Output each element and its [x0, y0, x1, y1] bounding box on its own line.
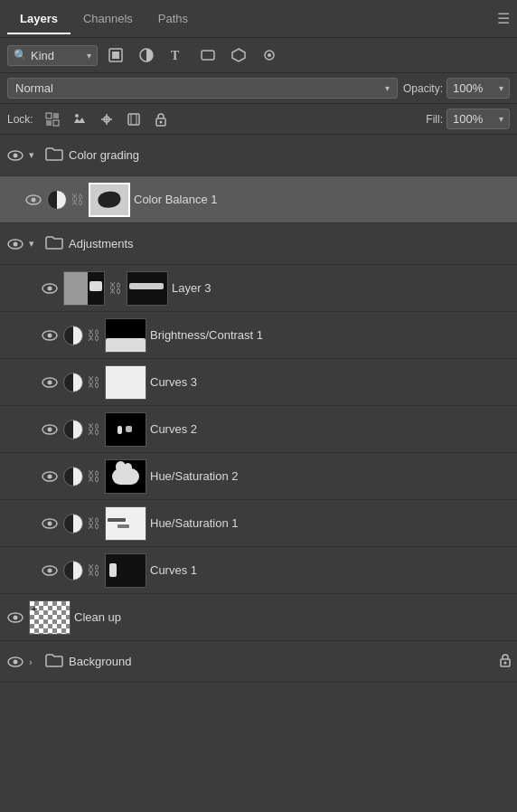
fill-group: Fill: 100% ▾ — [426, 109, 510, 129]
filter-text-icon[interactable]: T — [164, 43, 190, 67]
svg-rect-10 — [53, 120, 59, 126]
layer-row[interactable]: Clean up — [0, 594, 517, 641]
filter-bar: 🔍 Kind ▾ T — [0, 38, 517, 73]
opacity-input[interactable]: 100% ▾ — [446, 78, 510, 99]
layer-row[interactable]: ⛓ Brightness/Contrast 1 — [0, 312, 517, 359]
visibility-icon[interactable] — [5, 612, 25, 623]
search-icon: 🔍 — [14, 49, 27, 61]
svg-point-6 — [268, 53, 271, 57]
filter-smartobject-icon[interactable] — [226, 43, 251, 67]
layer-row[interactable]: ⛓ Curves 1 — [0, 547, 517, 594]
svg-point-25 — [14, 241, 18, 246]
layer-row[interactable]: ▾ Color grading — [0, 135, 517, 176]
blend-mode-chevron: ▾ — [385, 83, 390, 93]
chain-icon: ⛓ — [87, 468, 101, 484]
svg-point-23 — [32, 197, 36, 202]
layer-thumbnail — [105, 459, 146, 494]
svg-rect-8 — [53, 113, 59, 118]
blend-mode-select[interactable]: Normal ▾ — [7, 78, 398, 99]
adjustment-icon — [47, 190, 67, 210]
chain-icon: ⛓ — [70, 192, 85, 207]
filter-adjustment-icon[interactable] — [134, 43, 159, 67]
visibility-icon[interactable] — [5, 239, 25, 250]
blend-mode-label: Normal — [15, 81, 381, 95]
layer-row[interactable]: ⛓ Hue/Saturation 2 — [0, 453, 517, 500]
adjustment-icon — [63, 514, 83, 533]
tab-paths[interactable]: Paths — [146, 3, 201, 34]
chain-icon: ⛓ — [87, 562, 101, 578]
folder-icon — [45, 146, 65, 165]
layer-row[interactable]: › Background — [0, 641, 517, 683]
expand-arrow[interactable]: ▾ — [29, 238, 42, 250]
layer-row[interactable]: ▾ Adjustments — [0, 223, 517, 265]
layer-thumbnail — [105, 318, 146, 353]
svg-point-27 — [48, 286, 52, 290]
visibility-icon[interactable] — [40, 283, 60, 294]
layer-name: Clean up — [74, 610, 512, 624]
adjustment-icon — [63, 326, 83, 345]
svg-point-39 — [48, 568, 52, 572]
opacity-group: Opacity: 100% ▾ — [403, 78, 510, 99]
lock-transparent-btn[interactable] — [42, 109, 62, 129]
layer-name: Curves 3 — [150, 375, 512, 389]
chain-icon: ⛓ — [108, 280, 123, 296]
lock-all-btn[interactable] — [151, 109, 171, 129]
layer-name: Color Balance 1 — [134, 193, 512, 206]
lock-image-btn[interactable] — [70, 109, 89, 129]
layer-row[interactable]: ⛓ Curves 3 — [0, 359, 517, 406]
svg-point-31 — [48, 380, 52, 384]
filter-shape-icon[interactable] — [195, 43, 221, 67]
layer-name: Background — [69, 655, 495, 668]
layer-name: Color grading — [69, 148, 512, 162]
layer-thumbnail — [29, 600, 70, 635]
folder-icon — [45, 235, 65, 253]
svg-point-45 — [504, 662, 507, 665]
blend-opacity-row: Normal ▾ Opacity: 100% ▾ — [0, 73, 517, 104]
layer-row[interactable]: ⛓ Color Balance 1 — [0, 176, 517, 223]
visibility-icon[interactable] — [40, 518, 60, 529]
chain-icon: ⛓ — [87, 327, 101, 343]
fill-input[interactable]: 100% ▾ — [446, 109, 510, 129]
svg-text:T: T — [171, 49, 180, 62]
kind-filter-select[interactable]: 🔍 Kind ▾ — [7, 45, 98, 66]
opacity-chevron: ▾ — [499, 83, 503, 93]
opacity-label: Opacity: — [403, 82, 443, 95]
visibility-icon[interactable] — [40, 330, 60, 341]
filter-pixel-icon[interactable] — [103, 43, 128, 67]
expand-arrow[interactable]: › — [29, 656, 42, 667]
expand-arrow[interactable]: ▾ — [29, 149, 42, 161]
svg-rect-9 — [46, 120, 52, 126]
visibility-icon[interactable] — [40, 565, 60, 576]
layer-name: Adjustments — [69, 237, 512, 250]
chain-icon: ⛓ — [87, 421, 101, 437]
visibility-icon[interactable] — [5, 150, 25, 161]
visibility-icon[interactable] — [5, 656, 25, 667]
kind-filter-chevron: ▾ — [87, 51, 91, 61]
visibility-icon[interactable] — [40, 424, 60, 435]
layer-name: Curves 2 — [150, 422, 512, 436]
lock-position-btn[interactable] — [97, 109, 117, 129]
filter-artboard-icon[interactable] — [257, 43, 282, 67]
svg-point-21 — [14, 153, 18, 157]
layer-row[interactable]: ⛓ Layer 3 — [0, 265, 517, 312]
visibility-icon[interactable] — [24, 194, 43, 205]
svg-point-43 — [14, 659, 18, 664]
svg-point-29 — [48, 333, 52, 337]
layer-thumbnail — [63, 271, 105, 306]
layer-thumbnail — [105, 412, 146, 447]
lock-artboard-btn[interactable] — [124, 109, 144, 129]
layer-row[interactable]: ⛓ Hue/Saturation 1 — [0, 500, 517, 547]
layer-row[interactable]: ⛓ Curves 2 — [0, 406, 517, 453]
lock-icon — [499, 653, 512, 670]
adjustment-icon — [63, 420, 83, 439]
visibility-icon[interactable] — [40, 471, 60, 482]
svg-point-19 — [159, 120, 162, 123]
tab-layers[interactable]: Layers — [7, 3, 70, 34]
layer-name: Hue/Saturation 2 — [150, 469, 512, 483]
tab-channels[interactable]: Channels — [70, 3, 146, 34]
svg-point-33 — [48, 427, 52, 431]
panel-menu-icon[interactable]: ☰ — [497, 10, 510, 27]
svg-point-37 — [48, 521, 52, 525]
visibility-icon[interactable] — [40, 377, 60, 388]
mask-thumbnail — [127, 271, 168, 306]
